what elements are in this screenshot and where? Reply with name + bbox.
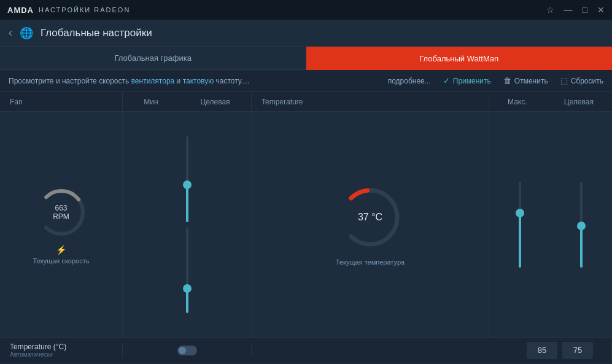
close-button[interactable]: ✕ [597, 6, 605, 14]
page-title: Глобальные настройки [41, 27, 152, 39]
temperature-max-box[interactable]: 85 [527, 342, 557, 359]
info-bar: Просмотрите и настройте скорость вентиля… [0, 70, 612, 92]
temp-target-slider-thumb[interactable] [577, 222, 586, 230]
temperature-toggle[interactable] [177, 346, 197, 355]
temperature-values-cell: 85 75 [252, 342, 612, 359]
temp-section: 37 °C Текущая температура [252, 112, 489, 337]
minimize-button[interactable]: — [564, 6, 573, 14]
temperature-label-cell: Temperature (°C) Автоматически [0, 343, 123, 358]
temperature-target-box[interactable]: 75 [562, 342, 593, 359]
fan-label: Текущая скорость [33, 257, 90, 265]
details-button[interactable]: подробнее... [388, 77, 431, 85]
temp-value: 37 °C [358, 212, 382, 223]
temperature-row-label: Temperature (°C) [10, 343, 112, 351]
title-bar-controls: ☆ — □ ✕ [546, 6, 605, 14]
title-bar-left: AMDA НАСТРОЙКИ RADEON [7, 6, 130, 15]
temperature-toggle-knob [179, 347, 186, 354]
bottom-rows: Temperature (°C) Автоматически 85 75 Огр… [0, 337, 612, 364]
tab-bar: Глобальная графика Глобальный WattMan [0, 47, 612, 70]
info-text: Просмотрите и настройте скорость вентиля… [9, 77, 249, 85]
temp-slider-col [489, 112, 612, 337]
temperature-toggle-cell [123, 346, 252, 355]
globe-icon: 🌐 [20, 26, 33, 40]
bookmark-button[interactable]: ☆ [546, 6, 554, 14]
cancel-icon: 🗑 [503, 76, 511, 85]
main-content: Fan Мин Целевая Temperature Макс. Целева… [0, 92, 612, 337]
col-header-temperature: Temperature [252, 92, 489, 111]
check-icon: ✓ [443, 76, 450, 85]
temp-gauge: 37 °C [336, 184, 404, 251]
col-header-max-target: Макс. Целевая [489, 92, 612, 111]
tab-global-graphics[interactable]: Глобальная графика [0, 47, 306, 70]
title-bar: AMDA НАСТРОЙКИ RADEON ☆ — □ ✕ [0, 0, 612, 20]
temperature-row: Temperature (°C) Автоматически 85 75 [0, 337, 612, 363]
col-header-fan: Fan [0, 92, 123, 111]
gauges-row: 663 RPM ⚡ Текущая скорость [0, 112, 612, 337]
info-actions: подробнее... ✓ Применить 🗑 Отменить ⬚ Сб… [388, 76, 603, 85]
fan-min-slider-thumb[interactable] [183, 180, 192, 189]
fan-gauge: 663 RPM [34, 185, 89, 240]
reset-icon: ⬚ [560, 76, 568, 85]
reset-button[interactable]: ⬚ Сбросить [560, 76, 603, 85]
cancel-button[interactable]: 🗑 Отменить [503, 76, 548, 85]
fan-rpm-value: 663 RPM [47, 203, 75, 221]
apply-button[interactable]: ✓ Применить [443, 76, 491, 85]
fan-section: 663 RPM ⚡ Текущая скорость [0, 112, 123, 337]
maximize-button[interactable]: □ [583, 6, 587, 14]
app-header: ‹ 🌐 Глобальные настройки [0, 20, 612, 47]
tab-global-wattman[interactable]: Глобальный WattMan [306, 47, 613, 70]
fan-target-slider-thumb[interactable] [183, 284, 192, 293]
title-bar-title: НАСТРОЙКИ RADEON [39, 6, 130, 14]
col-header-min-target: Мин Целевая [123, 92, 252, 111]
column-headers: Fan Мин Целевая Temperature Макс. Целева… [0, 92, 612, 112]
back-arrow-icon[interactable]: ‹ [9, 26, 12, 39]
temp-max-slider-thumb[interactable] [516, 209, 524, 217]
temperature-row-sublabel: Автоматически [10, 351, 112, 358]
fan-slider-col [123, 112, 252, 337]
amd-logo: AMDA [7, 6, 34, 15]
